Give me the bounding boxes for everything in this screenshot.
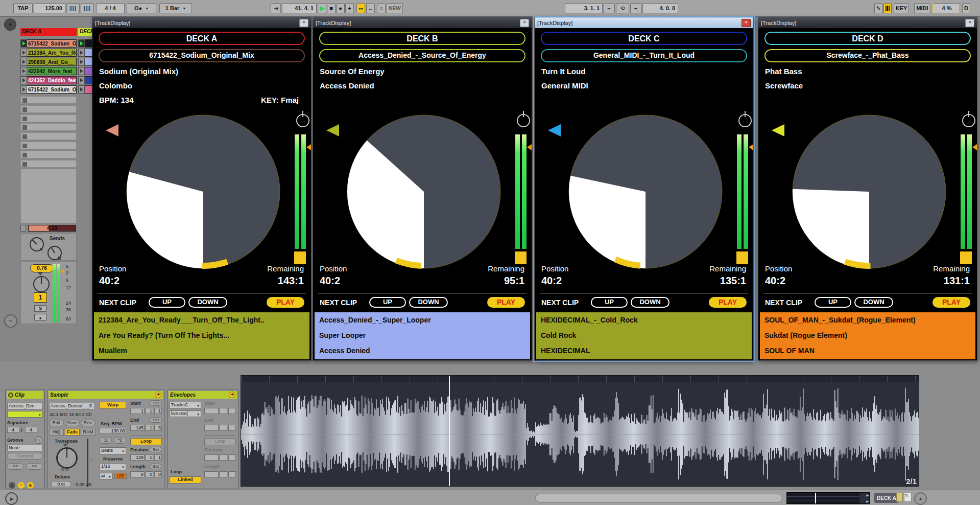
gain-slider[interactable] [87,439,88,487]
detune-value[interactable]: 0 ct [52,481,71,487]
scroll-right-icon[interactable]: ▶ [866,493,869,497]
session-record-button[interactable]: ●● [356,3,365,13]
midi-map-button[interactable]: MIDI [914,3,930,13]
window-titlebar[interactable]: [TrackDisplay] ✕ [313,17,532,28]
control-chooser[interactable]: live.text[ [170,410,201,417]
clip-slot[interactable] [78,39,92,48]
expand-up-toggle[interactable]: ▲ [914,492,927,505]
arrow-circle-icon[interactable]: ➜ [229,392,235,398]
computer-midi-keyboard-button[interactable] [883,3,892,13]
next-clip-up-button[interactable]: UP [369,297,406,308]
clip-play-icon[interactable] [78,39,85,48]
envelope-box-toggle[interactable]: E [27,482,34,489]
hiq-button[interactable]: HiQ [49,429,64,435]
loop-length-beat[interactable]: 0 [146,471,153,477]
loop-length-sixteenth[interactable]: 0 [154,471,162,477]
clip-slot[interactable]: 422042_More_feat_ [20,67,77,75]
record-button[interactable]: ● [336,3,345,13]
window-titlebar[interactable]: [TrackDisplay] ✕ [92,17,311,28]
nudge-back-button[interactable]: << [7,463,23,470]
next-clip-down-button[interactable]: DOWN [409,297,448,308]
gain-slider-handle[interactable] [89,458,93,463]
nudge-down-button[interactable]: |||| [66,3,80,13]
clip-slot[interactable] [78,85,92,94]
end-sixteenth[interactable]: 3 [154,425,162,431]
fader-handle[interactable] [294,251,306,264]
quantization-menu[interactable]: 1 Bar▼ [159,3,192,13]
back-to-arrangement-button[interactable]: ← [366,3,375,13]
loop-button[interactable]: Loop [130,438,162,445]
solo-button[interactable]: S [34,305,46,312]
transient-envelope-value[interactable]: 100 [114,473,127,479]
clip-activator-icon[interactable] [8,393,13,398]
start-sixteenth[interactable]: 1 [154,408,162,414]
play-next-clip-button[interactable]: PLAY [487,297,525,308]
track-header-deck-a[interactable]: DECK A [20,28,77,36]
gain-knob-icon[interactable] [296,114,309,127]
next-clip-down-button[interactable]: DOWN [188,297,227,308]
scroll-right-icon[interactable]: ▶ [866,499,869,503]
play-next-clip-button[interactable]: PLAY [267,297,304,308]
clip-stop-button[interactable] [20,225,26,232]
device-chooser[interactable]: TracksC [170,402,201,408]
save-button[interactable]: Save [65,420,80,426]
close-icon[interactable]: ✕ [742,19,751,27]
clip-stop-slot[interactable] [20,132,77,140]
loop-length-bar[interactable]: 8 [130,471,145,477]
clip-play-icon[interactable] [78,85,85,94]
clip-slot[interactable]: 424352_Daddio_feat [20,76,77,84]
next-clip-down-button[interactable]: DOWN [854,297,893,308]
signature-numerator[interactable]: 4 [7,427,19,433]
loop-button[interactable]: ⟲ [616,3,629,13]
end-beat[interactable]: 1 [146,425,153,431]
fader-handle[interactable] [960,251,972,264]
grid-chooser[interactable]: 1/16 [100,463,126,470]
sample-box-toggle[interactable]: ≈ [18,482,25,489]
gain-knob-icon[interactable] [517,114,530,127]
stop-button[interactable]: ■ [327,3,336,13]
next-clip-down-button[interactable]: DOWN [631,297,670,308]
show-returns-toggle[interactable]: ≈ [4,314,17,328]
clip-slot[interactable] [78,67,92,75]
new-button[interactable]: NEW [387,3,403,13]
overdub-button[interactable]: + [345,3,354,13]
window-titlebar[interactable]: [TrackDisplay] ✕ [535,17,753,28]
next-clip-up-button[interactable]: UP [149,297,185,308]
clip-play-icon[interactable] [20,49,27,57]
ram-button[interactable]: RAM [81,429,95,435]
clip-slot[interactable] [78,58,92,66]
gain-knob-icon[interactable] [738,114,752,127]
status-play-button[interactable]: ▶ [5,492,18,505]
nudge-forward-button[interactable]: >> [26,463,42,470]
clip-stop-slot[interactable] [20,114,77,122]
clip-slot[interactable]: 212384_Are_You_Re [20,49,77,57]
linked-button[interactable]: Linked [170,476,201,484]
set-end-button[interactable]: Set [150,417,162,423]
clip-slot[interactable]: 6715422_Sodium_O [20,85,77,94]
transpose-knob[interactable] [56,447,78,469]
start-beat[interactable]: 1 [146,408,153,414]
key-map-button[interactable]: KEY [894,3,909,13]
clip-stop-slot[interactable] [20,123,77,131]
loop-start-field[interactable]: 3. 1. 1 [565,3,603,13]
clip-stop-slot[interactable] [20,142,77,149]
clip-play-icon[interactable] [78,76,85,84]
clip-color-chooser[interactable] [7,411,43,418]
clip-play-icon[interactable] [20,67,27,75]
env-loop-button[interactable]: Loop [204,438,236,445]
set-position-button[interactable]: Set [150,447,162,452]
end-bar[interactable]: 145 [130,425,145,431]
fade-button[interactable]: Fade [65,429,80,435]
edit-button[interactable]: Edit [49,420,64,426]
gain-knob-icon[interactable] [962,114,975,127]
fader-handle[interactable] [515,251,527,264]
signature-denominator[interactable]: 4 [25,427,37,433]
clip-play-icon[interactable] [20,76,27,84]
set-start-button[interactable]: Set [150,400,162,406]
clip-play-icon[interactable] [78,49,85,57]
punch-in-button[interactable]: ⌐ [604,3,615,13]
clip-slot[interactable] [78,76,92,84]
clip-play-icon[interactable] [78,58,85,66]
loop-position-sixteenth[interactable]: 1 [154,454,162,461]
halve-bpm-button[interactable]: :2 [100,437,112,444]
